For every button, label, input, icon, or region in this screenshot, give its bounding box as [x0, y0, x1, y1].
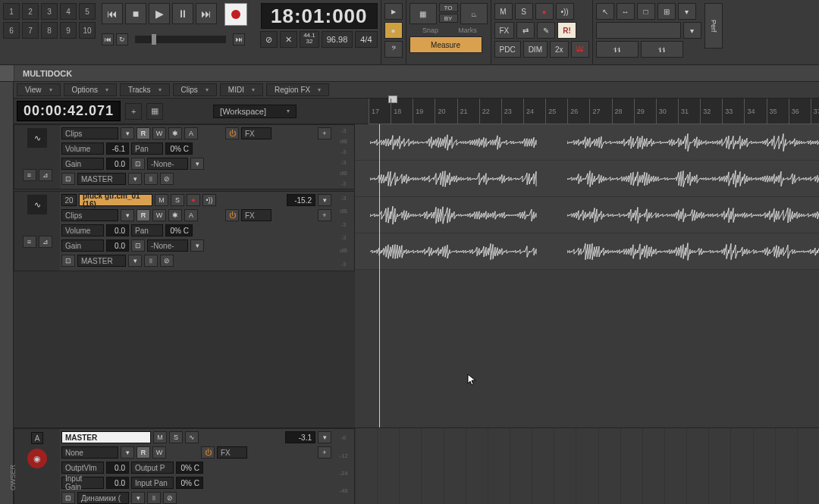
audio-lane[interactable] — [355, 197, 819, 233]
screenset-9[interactable]: 9 — [60, 22, 77, 39]
master-fx-power[interactable]: ⏻ — [201, 446, 215, 459]
tool-dd2[interactable]: ▾ — [683, 22, 701, 39]
write-off-button[interactable]: W — [571, 41, 589, 58]
master-solo[interactable]: S — [169, 431, 183, 443]
link-icon[interactable]: 𝄢 — [384, 41, 403, 58]
tool-a[interactable]: ⫮⫮ — [596, 41, 639, 58]
master-mute[interactable]: M — [153, 431, 167, 443]
pencil-icon[interactable]: ✎ — [537, 22, 555, 39]
goto-end-button[interactable]: ⏭ — [233, 33, 245, 45]
menu-region fx[interactable]: Region FX▾ — [266, 83, 329, 96]
tool-2[interactable]: ↔ — [617, 3, 635, 20]
master-name[interactable]: MASTER — [61, 431, 151, 443]
screenset-6[interactable]: 6 — [3, 22, 20, 39]
tempo-display[interactable]: 96.98 — [322, 31, 353, 48]
ruler-tick: 30 — [656, 99, 667, 124]
master-fx-label[interactable]: FX — [217, 446, 247, 459]
goto-start-button[interactable]: ⏮ — [102, 33, 114, 45]
solo-button[interactable]: S — [515, 3, 533, 20]
master-bypass[interactable]: ⊡ — [61, 492, 75, 504]
master-timeline[interactable] — [355, 428, 819, 504]
screenset-1[interactable]: 1 — [3, 3, 20, 20]
tool-4[interactable]: ⊞ — [657, 3, 676, 20]
ffwd-button[interactable]: ⏭ — [196, 3, 217, 24]
master-r-btn[interactable]: R — [136, 446, 150, 459]
timesig-display[interactable]: 4/4 — [355, 31, 377, 48]
perf-panel[interactable]: Perf — [704, 3, 723, 49]
ruler-tick: 21 — [457, 99, 468, 124]
ruler-tick: 28 — [612, 99, 623, 124]
master-fx-add[interactable]: + — [318, 446, 331, 459]
tool-dd[interactable]: ▾ — [678, 3, 696, 20]
snap-by-button[interactable]: BY — [439, 14, 458, 23]
snap-grid-icon[interactable]: ▦ — [410, 3, 437, 24]
audio-lane[interactable] — [355, 124, 819, 161]
menu-clips[interactable]: Clips▾ — [173, 83, 217, 96]
x2-button[interactable]: 2x — [550, 41, 569, 58]
ruler-tick: 20 — [435, 99, 445, 124]
record-button[interactable] — [224, 3, 247, 26]
dim-button[interactable]: DIM — [523, 41, 548, 58]
tool-b[interactable]: ⫮⫮ — [641, 41, 683, 58]
ruler-tick: 26 — [567, 99, 578, 124]
grid-button[interactable]: ▦ — [146, 103, 163, 120]
metronome-icon[interactable]: ⊘ — [260, 31, 278, 48]
screenset-4[interactable]: 4 — [60, 3, 77, 20]
master-a-label: A — [31, 432, 43, 444]
master-w-btn[interactable]: W — [152, 446, 166, 459]
play-button[interactable]: ▶ — [149, 3, 170, 24]
ruler-tick: 22 — [479, 99, 490, 124]
tool-1[interactable]: ↖ — [596, 3, 614, 20]
read-button[interactable]: R! — [557, 22, 576, 39]
master-none-dd[interactable]: ▾ — [121, 446, 134, 459]
screenset-5[interactable]: 5 — [79, 3, 96, 20]
menu-tracks[interactable]: Tracks▾ — [120, 83, 170, 96]
crossfade-icon[interactable]: ✕ — [280, 31, 297, 48]
marker-icon[interactable]: ● — [384, 22, 403, 39]
screenset-8[interactable]: 8 — [41, 22, 58, 39]
menu-view[interactable]: View▾ — [17, 83, 61, 96]
pdc-button[interactable]: PDC — [494, 41, 521, 58]
marks-icon[interactable]: ⏢ — [460, 3, 488, 24]
ruler-tick: 32 — [700, 99, 711, 124]
pause-button[interactable]: ⏸ — [172, 3, 193, 24]
menu-options[interactable]: Options▾ — [64, 83, 117, 96]
screenset-3[interactable]: 3 — [41, 3, 58, 20]
position-slider[interactable] — [135, 36, 226, 43]
workspace-dropdown[interactable]: [Workspace]▾ — [213, 105, 297, 118]
loop-button[interactable]: ↻ — [116, 33, 128, 45]
mute-button[interactable]: M — [494, 3, 513, 20]
timeline-ruler[interactable]: 1718192021222324252627282930313233343536… — [369, 99, 819, 124]
ruler-tick: 23 — [501, 99, 512, 124]
screenset-10[interactable]: 10 — [79, 22, 96, 39]
input-echo-button[interactable]: •)) — [556, 3, 574, 20]
tool-3[interactable]: □ — [637, 3, 655, 20]
master-wave-icon[interactable]: ∿ — [185, 431, 199, 443]
add-button[interactable]: + — [125, 103, 142, 120]
waveform-icon: ∿ — [27, 195, 47, 214]
screenset-7[interactable]: 7 — [22, 22, 39, 39]
audio-lane[interactable] — [355, 161, 819, 197]
snap-to-button[interactable]: TO — [439, 3, 458, 12]
stop-button[interactable]: ■ — [125, 3, 146, 24]
measure-button[interactable]: Measure — [410, 36, 482, 53]
timeline-area[interactable] — [355, 124, 819, 427]
browser-side-strip[interactable]: OWSER — [0, 82, 14, 504]
menu-midi[interactable]: MIDI▾ — [220, 83, 263, 96]
ruler-tick: 24 — [523, 99, 534, 124]
tool-wide[interactable] — [596, 22, 681, 39]
rewind-button[interactable]: ⏮ — [102, 3, 123, 24]
ruler-tick: 18 — [391, 99, 401, 124]
fx-button[interactable]: FX — [494, 22, 515, 39]
time-counter[interactable]: 00:00:42.071 — [17, 101, 121, 121]
master-none[interactable]: None — [61, 446, 118, 459]
track-0: ∿ ≡⊿ Clips ▾ R W ✱ A ⏻ FX + Volume -6.1 … — [14, 124, 355, 189]
ruler-tick: 27 — [589, 99, 600, 124]
audio-lane[interactable] — [355, 233, 819, 270]
master-dd[interactable]: ▾ — [318, 431, 331, 443]
screenset-2[interactable]: 2 — [22, 3, 39, 20]
main-time-display[interactable]: 18:01:000 — [261, 3, 378, 29]
small-play-icon[interactable]: ▶ — [384, 3, 403, 20]
arm-button[interactable]: ● — [535, 3, 554, 20]
arrows-icon[interactable]: ⇄ — [516, 22, 535, 39]
